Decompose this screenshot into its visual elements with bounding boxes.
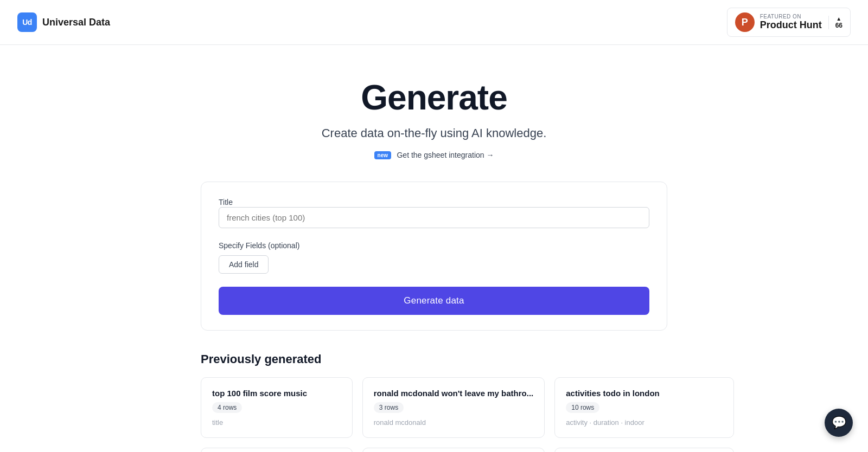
add-field-button[interactable]: Add field <box>219 255 269 274</box>
card-fields: activity · duration · indoor <box>566 418 722 427</box>
product-hunt-votes: ▲ 66 <box>828 16 843 29</box>
card-rows-badge: 10 rows <box>566 402 599 413</box>
product-hunt-text: FEATURED ON Product Hunt <box>760 14 822 31</box>
product-hunt-icon: P <box>735 12 755 32</box>
hero-subtitle: Create data on-the-fly using AI knowledg… <box>201 126 667 140</box>
card-fields: title <box>212 418 341 427</box>
logo-area[interactable]: Ud Universal Data <box>17 12 110 32</box>
site-header: Ud Universal Data P FEATURED ON Product … <box>0 0 868 45</box>
generate-form: Title Specify Fields (optional) Add fiel… <box>201 182 667 331</box>
logo-name: Universal Data <box>42 17 110 28</box>
votes-count: 66 <box>835 22 843 29</box>
specify-fields-label: Specify Fields (optional) <box>219 241 649 250</box>
card-rows-badge: 3 rows <box>374 402 404 413</box>
gsheet-link-text[interactable]: Get the gsheet integration → <box>397 151 494 159</box>
list-item[interactable]: sao paulo 5 rows name · population · are… <box>362 448 545 452</box>
card-title: top 100 film score music <box>212 389 341 398</box>
list-item[interactable]: activities todo in london 10 rows activi… <box>554 377 733 438</box>
main-content: Generate Create data on-the-fly using AI… <box>190 45 678 452</box>
card-fields: ronald mcdonald <box>374 418 533 427</box>
card-title: activities todo in london <box>566 389 722 398</box>
upvote-arrow-icon: ▲ <box>836 16 841 22</box>
cards-grid: top 100 film score music 4 rows title ro… <box>201 377 667 452</box>
title-input[interactable] <box>219 207 649 228</box>
featured-on-label: FEATURED ON <box>760 14 822 20</box>
list-item[interactable]: top 100 film score music 4 rows title <box>201 377 353 438</box>
generate-data-button[interactable]: Generate data <box>219 287 649 315</box>
product-hunt-name: Product Hunt <box>760 20 822 31</box>
gsheet-link-area: new Get the gsheet integration → <box>201 150 667 160</box>
chat-icon: 💬 <box>832 416 846 430</box>
page-title: Generate <box>201 78 667 118</box>
product-hunt-badge[interactable]: P FEATURED ON Product Hunt ▲ 66 <box>727 8 851 37</box>
list-item[interactable]: Top harm reduction influencers 10 rows n… <box>201 448 353 452</box>
list-item[interactable]: ronald mcdonald won't leave my bathro...… <box>362 377 545 438</box>
chat-button[interactable]: 💬 <box>825 409 853 437</box>
title-label: Title <box>219 198 233 206</box>
card-rows-badge: 4 rows <box>212 402 242 413</box>
new-badge: new <box>374 151 391 159</box>
card-title: ronald mcdonald won't leave my bathro... <box>374 389 533 398</box>
logo-icon: Ud <box>17 12 37 32</box>
list-item[interactable]: fair credit reporting act case law rulin… <box>554 448 733 452</box>
previously-generated-title: Previously generated <box>201 352 667 366</box>
